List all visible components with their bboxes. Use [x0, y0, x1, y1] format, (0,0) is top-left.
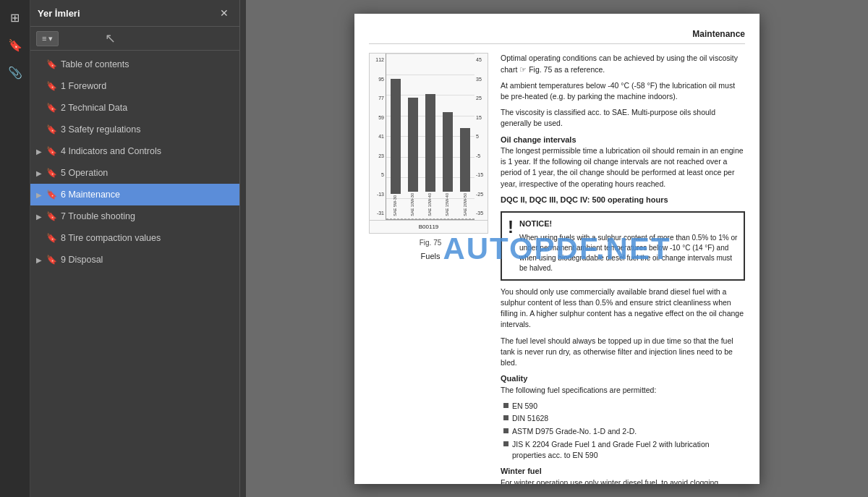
toc-label: 4 Indicators and Controls	[61, 146, 235, 156]
toc-item-safety[interactable]: 🔖 3 Safety regulations	[30, 119, 239, 140]
toc-item-technical-data[interactable]: 🔖 2 Technical Data	[30, 97, 239, 119]
paragraph-1: Optimal operating conditions can be achi…	[501, 53, 745, 75]
left-toolbar: ⊞ 🔖 📎	[0, 0, 30, 497]
bullet-icon	[503, 415, 509, 420]
toc-label: 8 Tire compaction values	[61, 233, 235, 243]
list-item-text: DIN 51628	[512, 413, 548, 424]
sidebar: Yer İmleri ✕ ≡ ▾ ↖ 🔖 Table of contents 🔖…	[30, 0, 240, 497]
toc-expand-arrow[interactable]: ▶	[36, 148, 46, 156]
resize-handle[interactable]	[240, 0, 246, 497]
doc-content: 112 95 77 59 41 23 5 -13 -31	[369, 53, 745, 483]
document-page: Maintenance 112 95 77 59 41 23 5	[354, 14, 760, 484]
bar-label: SAE 5W-30	[393, 195, 399, 216]
toc-label: 3 Safety regulations	[61, 124, 235, 135]
bar-label: SAE 20W-50	[463, 193, 469, 216]
bar-label: SAE 15W-40	[445, 193, 451, 216]
main-content: AUTOPDF.NET Maintenance 112 95 77 59 41	[246, 0, 868, 497]
bar-groups: SAE 5W-30 SAE 10W-30 SAE 10W-40	[388, 79, 473, 216]
list-item-text: JIS K 2204 Grade Fuel 1 and Grade Fuel 2…	[512, 439, 745, 460]
bar-group-1: SAE 5W-30	[388, 79, 403, 216]
toc-item-foreword[interactable]: 🔖 1 Foreword	[30, 75, 239, 97]
fuel-list: EN 590 DIN 51628 ASTM D975 Grade-No. 1-D…	[503, 401, 745, 460]
sidebar-toolbar: ≡ ▾ ↖	[30, 27, 239, 51]
bar	[391, 79, 401, 194]
toc-list: 🔖 Table of contents 🔖 1 Foreword 🔖 2 Tec…	[30, 51, 239, 497]
bookmark-icon: 🔖	[46, 103, 57, 113]
bookmark-icon: 🔖	[46, 211, 57, 221]
bar-group-2: SAE 10W-30	[405, 79, 420, 216]
toc-label: 7 Trouble shooting	[61, 211, 235, 221]
notice-text: When using fuels with a sulphur content …	[519, 233, 738, 273]
page-header: Maintenance	[369, 28, 745, 45]
cursor-indicator: ↖	[105, 30, 116, 46]
bookmark-icon: 🔖	[46, 59, 57, 69]
bar-label: SAE 10W-40	[427, 193, 433, 216]
y-axis-celsius: 45 35 25 15 5 -5 -15 -25 -35	[475, 54, 488, 220]
bar-label: SAE 10W-30	[410, 193, 416, 216]
toc-item-tire[interactable]: 🔖 8 Tire compaction values	[30, 227, 239, 249]
toc-label: 1 Foreword	[61, 81, 235, 91]
toc-expand-arrow[interactable]: ▶	[36, 256, 46, 264]
sidebar-close-button[interactable]: ✕	[216, 6, 232, 20]
sidebar-header: Yer İmleri ✕	[30, 0, 239, 27]
paragraph-4: The longest permissible time a lubricati…	[501, 145, 745, 190]
toc-item-trouble[interactable]: ▶ 🔖 7 Trouble shooting	[30, 205, 239, 227]
list-item: EN 590	[503, 401, 745, 412]
bookmarks-icon[interactable]: 🔖	[4, 33, 27, 56]
bar	[443, 112, 453, 192]
winter-fuel-header: Winter fuel	[501, 466, 745, 477]
notice-box: ! NOTICE! When using fuels with a sulphu…	[501, 211, 745, 280]
bookmark-icon: 🔖	[46, 190, 57, 200]
chart-caption: B00119	[370, 220, 488, 233]
notice-exclamation-icon: !	[508, 218, 514, 236]
bookmark-icon: 🔖	[46, 81, 57, 91]
attachments-icon[interactable]: 📎	[4, 61, 27, 84]
bookmark-icon: 🔖	[46, 124, 57, 135]
paragraph-5: You should only use commercially availab…	[501, 286, 745, 331]
bar-group-3: SAE 10W-40	[422, 79, 438, 216]
bar	[408, 98, 418, 192]
notice-content: NOTICE! When using fuels with a sulphur …	[519, 218, 738, 273]
bar-group-5: SAE 20W-50	[458, 79, 473, 216]
list-item: ASTM D975 Grade-No. 1-D and 2-D.	[503, 426, 745, 437]
toc-expand-arrow[interactable]: ▶	[36, 191, 46, 199]
fuels-label: Fuels	[369, 251, 492, 262]
list-item-text: ASTM D975 Grade-No. 1-D and 2-D.	[512, 426, 637, 437]
toc-item-maintenance[interactable]: ▶ 🔖 6 Maintenance	[30, 184, 239, 205]
toc-item-indicators[interactable]: ▶ 🔖 4 Indicators and Controls	[30, 140, 239, 162]
bookmark-icon: 🔖	[46, 255, 57, 265]
bullet-icon	[503, 441, 509, 446]
chart-axes: 112 95 77 59 41 23 5 -13 -31	[370, 54, 488, 220]
toc-item-toc[interactable]: 🔖 Table of contents	[30, 54, 239, 75]
toc-expand-arrow[interactable]: ▶	[36, 169, 46, 177]
toc-label: 2 Technical Data	[61, 103, 235, 113]
paragraph-7: The following fuel specifications are pe…	[501, 385, 745, 396]
toc-label: Table of contents	[61, 59, 235, 69]
toc-item-disposal[interactable]: ▶ 🔖 9 Disposal	[30, 249, 239, 271]
list-item-text: EN 590	[512, 401, 537, 412]
bar-group-4: SAE 15W-40	[441, 79, 456, 216]
list-item: JIS K 2204 Grade Fuel 1 and Grade Fuel 2…	[503, 439, 745, 460]
bar	[425, 94, 435, 192]
doc-right-column: Optimal operating conditions can be achi…	[501, 53, 745, 483]
bullet-icon	[503, 428, 509, 433]
notice-title: NOTICE!	[519, 218, 738, 229]
paragraph-8: For winter operation use only winter die…	[501, 477, 745, 484]
chart-bars: SAE 5W-30 SAE 10W-30 SAE 10W-40	[386, 54, 475, 220]
bookmark-icon: 🔖	[46, 233, 57, 243]
list-item: DIN 51628	[503, 413, 745, 424]
oil-change-header: Oil change intervals	[501, 135, 745, 145]
fig-caption: Fig. 75	[369, 238, 492, 248]
quality-header: Quality	[501, 373, 745, 384]
bookmark-icon: 🔖	[46, 146, 57, 156]
toc-label: 9 Disposal	[61, 255, 235, 265]
toc-item-operation[interactable]: ▶ 🔖 5 Operation	[30, 162, 239, 184]
paragraph-6: The fuel level should always be topped u…	[501, 336, 745, 369]
sidebar-menu-button[interactable]: ≡ ▾	[36, 31, 59, 46]
bar	[460, 128, 470, 192]
bookmark-icon: 🔖	[46, 168, 57, 178]
viscosity-chart: 112 95 77 59 41 23 5 -13 -31	[369, 53, 488, 234]
toc-expand-arrow[interactable]: ▶	[36, 213, 46, 221]
paragraph-2: At ambient temperatures below -40 °C (-5…	[501, 80, 745, 102]
pages-icon[interactable]: ⊞	[4, 6, 27, 29]
